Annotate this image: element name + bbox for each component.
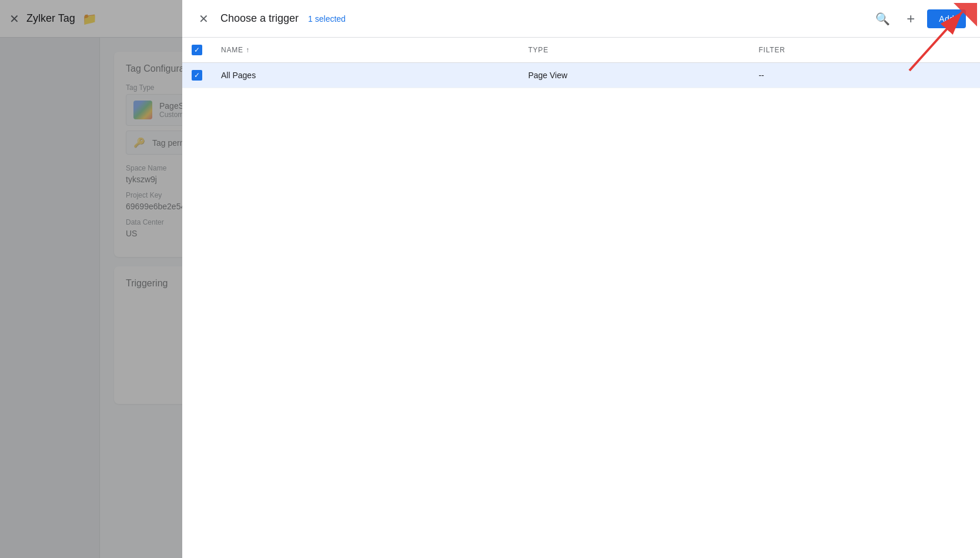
row-filter: --: [749, 63, 980, 88]
table-body: ✓ All Pages Page View --: [182, 63, 980, 88]
plus-icon: +: [907, 11, 915, 27]
sort-asc-icon: ↑: [246, 46, 250, 54]
modal-title: Choose a trigger: [220, 12, 299, 25]
type-column-header: Type: [519, 38, 749, 63]
row-type: Page View: [519, 63, 749, 88]
search-icon: 🔍: [875, 12, 890, 26]
modal-body: ✓ Name ↑ Type Fil: [182, 38, 980, 558]
modal-overlay: ✕ Choose a trigger 1 selected 🔍 + Add: [0, 0, 980, 558]
add-new-button[interactable]: +: [899, 7, 922, 31]
close-icon: ✕: [199, 12, 209, 26]
table-row[interactable]: ✓ All Pages Page View --: [182, 63, 980, 88]
trigger-type: Page View: [528, 71, 567, 80]
trigger-table: ✓ Name ↑ Type Fil: [182, 38, 980, 88]
header-row: ✓ Name ↑ Type Fil: [182, 38, 980, 63]
modal-header-right: 🔍 + Add: [871, 7, 966, 31]
trigger-name: All Pages: [221, 71, 256, 80]
filter-column-header: Filter: [749, 38, 980, 63]
header-checkbox-cell: ✓: [182, 38, 212, 63]
search-button[interactable]: 🔍: [871, 7, 894, 31]
name-column-header[interactable]: Name ↑: [212, 38, 519, 63]
row-checkmark-icon: ✓: [194, 72, 200, 79]
modal-header: ✕ Choose a trigger 1 selected 🔍 + Add: [182, 0, 980, 38]
select-all-checkbox[interactable]: ✓: [192, 45, 202, 55]
choose-trigger-modal: ✕ Choose a trigger 1 selected 🔍 + Add: [182, 0, 980, 558]
row-checkbox[interactable]: ✓: [192, 70, 202, 81]
name-column-label: Name: [221, 46, 243, 54]
filter-column-label: Filter: [758, 46, 785, 54]
modal-header-left: ✕ Choose a trigger 1 selected: [196, 9, 346, 28]
add-button[interactable]: Add: [927, 9, 966, 28]
name-sort-control[interactable]: Name ↑: [221, 46, 509, 54]
table-header: ✓ Name ↑ Type Fil: [182, 38, 980, 63]
type-column-label: Type: [528, 46, 548, 54]
selected-count-badge: 1 selected: [308, 14, 346, 24]
trigger-filter: --: [758, 71, 764, 80]
row-checkbox-cell[interactable]: ✓: [182, 63, 212, 88]
modal-close-button[interactable]: ✕: [196, 9, 211, 28]
checkmark-icon: ✓: [194, 46, 200, 54]
row-name[interactable]: All Pages: [212, 63, 519, 88]
